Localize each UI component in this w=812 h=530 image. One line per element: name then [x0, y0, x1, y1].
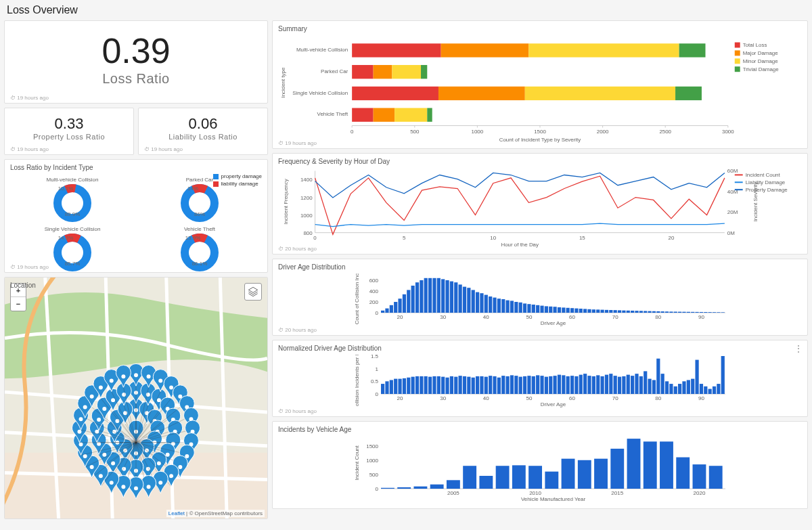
- svg-rect-324: [463, 376, 466, 394]
- svg-rect-252: [562, 307, 565, 313]
- svg-text:Single Vehicle Collision: Single Vehicle Collision: [292, 90, 348, 96]
- svg-text:20M: 20M: [727, 209, 738, 215]
- svg-rect-381: [708, 389, 712, 394]
- svg-rect-365: [639, 376, 643, 394]
- svg-text:Major Damage: Major Damage: [743, 50, 779, 56]
- svg-text:Count of Incident Type by Seve: Count of Incident Type by Severity: [499, 137, 581, 143]
- svg-rect-257: [583, 309, 587, 313]
- svg-point-129: [79, 417, 83, 421]
- svg-rect-264: [614, 310, 617, 313]
- svg-rect-266: [622, 311, 625, 313]
- svg-rect-327: [476, 376, 479, 394]
- svg-rect-148: [421, 65, 427, 79]
- svg-rect-355: [596, 375, 600, 394]
- svg-rect-230: [467, 288, 470, 313]
- svg-text:90: 90: [698, 395, 704, 401]
- svg-text:1200: 1200: [300, 195, 313, 201]
- svg-text:Vehicle Manufactured Year: Vehicle Manufactured Year: [521, 496, 586, 502]
- svg-point-137: [110, 379, 114, 383]
- svg-text:10.1%: 10.1%: [58, 185, 74, 192]
- svg-rect-326: [472, 378, 475, 394]
- svg-text:Total Loss: Total Loss: [743, 42, 767, 48]
- svg-rect-145: [352, 65, 373, 79]
- svg-rect-276: [665, 311, 669, 313]
- svg-rect-335: [510, 375, 514, 394]
- svg-text:80: 80: [655, 395, 661, 401]
- svg-rect-223: [437, 278, 441, 313]
- zoom-out-button[interactable]: −: [11, 297, 26, 311]
- svg-point-105: [178, 465, 182, 469]
- svg-rect-344: [549, 376, 552, 394]
- svg-rect-269: [635, 311, 638, 313]
- svg-rect-274: [656, 311, 660, 313]
- svg-rect-331: [493, 376, 496, 394]
- svg-rect-140: [352, 43, 441, 57]
- svg-rect-348: [566, 376, 570, 394]
- svg-rect-273: [652, 311, 656, 313]
- svg-rect-419: [693, 464, 706, 489]
- svg-text:13.9%: 13.9%: [185, 235, 201, 241]
- svg-rect-279: [678, 312, 681, 313]
- svg-text:0.5: 0.5: [371, 378, 379, 384]
- svg-text:0: 0: [376, 391, 379, 397]
- card-title: Driver Age Distribution: [278, 263, 802, 271]
- svg-rect-353: [587, 376, 591, 394]
- card-menu-button[interactable]: ⋮: [794, 343, 803, 354]
- svg-rect-232: [476, 292, 479, 313]
- svg-rect-314: [420, 376, 423, 394]
- svg-rect-400: [381, 488, 394, 489]
- svg-rect-369: [656, 359, 660, 394]
- svg-text:1500: 1500: [534, 129, 546, 135]
- vehicle-age-card: Incidents by Vehicle Age 050010001500200…: [272, 421, 808, 509]
- svg-text:500: 500: [369, 472, 379, 478]
- summary-chart-card: Summary Multi-vehicle CollisionParked Ca…: [272, 20, 808, 149]
- svg-rect-338: [523, 376, 526, 394]
- svg-rect-412: [578, 460, 591, 489]
- svg-rect-215: [403, 294, 406, 313]
- svg-rect-212: [390, 305, 393, 313]
- svg-text:Count of Collision Inciden: Count of Collision Inciden: [354, 273, 360, 324]
- svg-rect-417: [660, 441, 673, 489]
- svg-text:40: 40: [483, 395, 489, 401]
- svg-point-117: [110, 481, 114, 485]
- map-background[interactable]: [5, 278, 267, 518]
- svg-rect-375: [682, 381, 685, 394]
- svg-rect-360: [618, 377, 621, 394]
- svg-text:60: 60: [569, 395, 575, 401]
- donut-vehicle-theft: Vehicle Theft13.9%86.1%: [137, 226, 262, 273]
- svg-rect-143: [679, 43, 706, 57]
- svg-rect-241: [514, 302, 518, 313]
- svg-rect-306: [385, 381, 388, 394]
- timestamp: ⏱ 20 hours ago: [278, 327, 317, 333]
- svg-rect-219: [420, 280, 423, 313]
- svg-text:89.9%: 89.9%: [65, 211, 81, 217]
- svg-rect-362: [627, 375, 630, 394]
- svg-rect-242: [519, 303, 522, 313]
- svg-rect-408: [512, 465, 526, 489]
- timestamp: ⏱ 19 hours ago: [10, 146, 49, 152]
- svg-text:800: 800: [303, 230, 313, 236]
- svg-rect-177: [735, 43, 740, 48]
- svg-rect-263: [609, 310, 612, 313]
- svg-rect-244: [527, 304, 531, 313]
- svg-rect-141: [441, 43, 529, 57]
- location-card[interactable]: Location + − Leaflet | © OpenStreetMap c…: [4, 277, 268, 519]
- svg-text:14.3%: 14.3%: [58, 235, 74, 241]
- svg-rect-320: [445, 378, 449, 394]
- card-title: Summary: [278, 25, 802, 32]
- svg-rect-321: [450, 376, 453, 394]
- svg-point-109: [158, 481, 162, 485]
- svg-rect-345: [554, 376, 557, 394]
- card-title: Loss Ratio by Incident Type: [10, 164, 262, 171]
- svg-rect-227: [454, 282, 457, 313]
- svg-rect-415: [627, 439, 641, 489]
- svg-rect-354: [592, 376, 595, 394]
- svg-rect-374: [678, 384, 681, 394]
- svg-rect-286: [708, 312, 712, 313]
- svg-text:Incident type: Incident type: [280, 67, 286, 98]
- svg-rect-330: [489, 376, 492, 394]
- svg-rect-179: [735, 50, 740, 56]
- svg-rect-342: [540, 376, 543, 394]
- svg-rect-351: [579, 375, 583, 394]
- svg-rect-258: [587, 309, 591, 313]
